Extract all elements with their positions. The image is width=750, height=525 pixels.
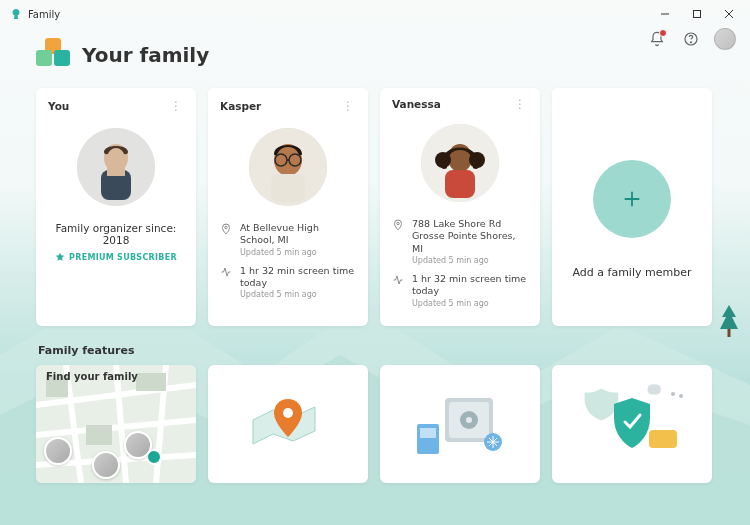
family-card-kasper[interactable]: Kasper ⋮ At Bellevue High School, MI Upd… xyxy=(208,88,368,326)
avatar xyxy=(77,128,155,206)
add-circle xyxy=(593,160,671,238)
location-updated: Updated 5 min ago xyxy=(240,248,356,257)
activity-icon xyxy=(392,274,404,286)
location-text: At Bellevue High School, MI xyxy=(240,222,356,247)
app-icon xyxy=(10,8,22,20)
titlebar: Family xyxy=(0,0,750,28)
close-button[interactable] xyxy=(714,3,744,25)
organizer-since: Family organizer since: 2018 xyxy=(48,222,184,246)
card-more-icon[interactable]: ⋮ xyxy=(512,98,528,110)
map-member-pin xyxy=(44,437,72,465)
location-icon xyxy=(392,219,404,231)
svg-rect-7 xyxy=(107,168,125,176)
add-family-member-card[interactable]: Add a family member xyxy=(552,88,712,326)
card-more-icon[interactable]: ⋮ xyxy=(340,100,356,112)
features-section-title: Family features xyxy=(38,344,714,357)
location-icon xyxy=(220,223,232,235)
svg-point-17 xyxy=(469,152,485,168)
location-updated: Updated 5 min ago xyxy=(412,256,528,265)
svg-point-35 xyxy=(661,430,665,434)
page-title: Your family xyxy=(82,43,209,67)
svg-point-19 xyxy=(397,222,400,225)
avatar xyxy=(421,124,499,202)
card-more-icon[interactable]: ⋮ xyxy=(168,100,184,112)
feature-title: Find your family xyxy=(46,371,138,382)
svg-point-13 xyxy=(225,226,228,229)
page-header: Your family xyxy=(36,38,714,72)
family-logo-icon xyxy=(36,38,70,72)
avatar xyxy=(249,128,327,206)
screentime-updated: Updated 5 min ago xyxy=(412,299,528,308)
feature-card-safety[interactable] xyxy=(380,365,540,483)
svg-point-36 xyxy=(669,430,673,434)
feature-card-find-family[interactable]: Find your family xyxy=(36,365,196,483)
map-member-pin xyxy=(124,431,152,459)
add-label: Add a family member xyxy=(573,266,692,279)
shield-game-illustration xyxy=(577,384,687,464)
svg-rect-31 xyxy=(420,428,436,438)
feature-card-gaming[interactable] xyxy=(552,365,712,483)
svg-point-37 xyxy=(671,392,675,396)
svg-rect-22 xyxy=(136,373,166,391)
address-line1: 788 Lake Shore Rd xyxy=(412,218,528,230)
screentime-text: 1 hr 32 min screen time today xyxy=(412,273,528,298)
plus-icon xyxy=(621,188,643,210)
window-title: Family xyxy=(28,9,60,20)
screentime-updated: Updated 5 min ago xyxy=(240,290,356,299)
card-name: Vanessa xyxy=(392,98,441,110)
screentime-text: 1 hr 32 min screen time today xyxy=(240,265,356,290)
premium-icon xyxy=(55,252,65,262)
family-card-you[interactable]: You ⋮ Family organizer since: 2018 PREMI… xyxy=(36,88,196,326)
svg-point-25 xyxy=(283,408,293,418)
family-cards-row: You ⋮ Family organizer since: 2018 PREMI… xyxy=(36,88,714,326)
svg-rect-12 xyxy=(271,174,305,202)
svg-point-38 xyxy=(679,394,683,398)
address-line2: Grosse Pointe Shores, MI xyxy=(412,230,528,255)
activity-icon xyxy=(220,266,232,278)
card-name: You xyxy=(48,100,69,112)
svg-point-29 xyxy=(466,417,472,423)
feature-cards-row: Find your family xyxy=(36,365,714,483)
feature-card-location[interactable] xyxy=(208,365,368,483)
family-card-vanessa[interactable]: Vanessa ⋮ 788 Lake Shore Rd Grosse Point… xyxy=(380,88,540,326)
svg-rect-18 xyxy=(445,170,475,198)
safe-illustration xyxy=(405,384,515,464)
card-name: Kasper xyxy=(220,100,261,112)
svg-point-34 xyxy=(653,430,657,434)
maximize-button[interactable] xyxy=(682,3,712,25)
svg-rect-23 xyxy=(86,425,112,445)
minimize-button[interactable] xyxy=(650,3,680,25)
svg-rect-0 xyxy=(694,11,701,18)
map-member-pin xyxy=(92,451,120,479)
map-pin-illustration xyxy=(243,389,333,459)
subscriber-label: PREMIUM SUBSCRIBER xyxy=(69,253,177,262)
svg-point-16 xyxy=(435,152,451,168)
